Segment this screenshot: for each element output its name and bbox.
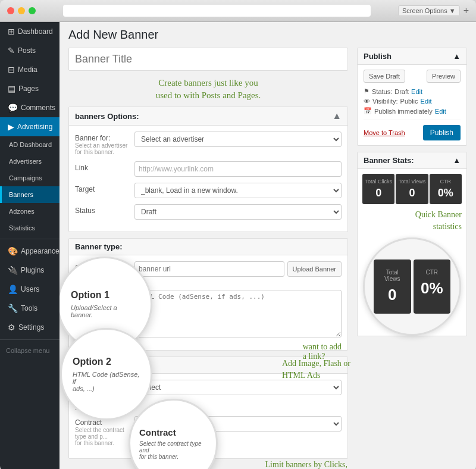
link-input[interactable] bbox=[134, 161, 342, 177]
sidebar-item-label: Banners bbox=[9, 191, 33, 198]
metabox-body: Banner for: Select an advertiser for thi… bbox=[69, 126, 347, 232]
maximize-icon[interactable] bbox=[29, 7, 36, 14]
visibility-edit-link[interactable]: Edit bbox=[421, 98, 432, 105]
collapse-menu-button[interactable]: Collapse menu bbox=[0, 342, 60, 359]
status-control: Draft bbox=[134, 204, 342, 220]
publish-time-edit-link[interactable]: Edit bbox=[435, 108, 446, 115]
visibility-label: Visibility: bbox=[372, 98, 398, 105]
content-area: Create banners just like youused to with… bbox=[68, 48, 467, 465]
publish-actions: Save Draft Preview bbox=[364, 70, 461, 83]
status-label: Status bbox=[75, 204, 129, 215]
publish-toggle-icon[interactable]: ▲ bbox=[453, 52, 461, 61]
trash-button[interactable]: Move to Trash bbox=[364, 129, 405, 136]
sidebar-item-label: AD Dashboard bbox=[9, 141, 52, 148]
new-tab-icon[interactable]: + bbox=[464, 5, 469, 16]
option2-popup-title: Option 2 bbox=[73, 357, 140, 367]
link-control bbox=[134, 161, 342, 177]
plugins-icon: 🔌 bbox=[8, 265, 18, 275]
close-icon[interactable] bbox=[7, 7, 14, 14]
sidebar-item-appearance[interactable]: 🎨 Appearance bbox=[0, 242, 60, 261]
annotation-create-banners: Create banners just like youused to with… bbox=[68, 77, 348, 102]
banner-title-input[interactable] bbox=[68, 48, 348, 71]
sidebar-item-users[interactable]: 👤 Users bbox=[0, 280, 60, 299]
contract-popup-content: Contract Select the contract type and fo… bbox=[130, 418, 216, 469]
publish-button[interactable]: Publish bbox=[423, 125, 461, 140]
banner-url-input[interactable] bbox=[134, 261, 284, 277]
metabox-toggle[interactable]: ▲ bbox=[332, 111, 342, 121]
browser-window: Screen Options ▼ + ⊞ Dashboard ✎ Posts ⊟… bbox=[0, 0, 476, 469]
sidebar-item-label: Posts bbox=[18, 46, 36, 55]
sidebar-item-tools[interactable]: 🔧 Tools bbox=[0, 299, 60, 318]
sidebar-item-banners[interactable]: Banners bbox=[0, 186, 60, 203]
publish-header: Publish ▲ bbox=[358, 48, 466, 65]
screen-options-button[interactable]: Screen Options ▼ bbox=[398, 5, 460, 16]
total-clicks-card: Total Clicks 0 bbox=[362, 174, 394, 204]
sidebar-item-label: Plugins bbox=[21, 266, 44, 274]
publish-time-label: Publish immediately bbox=[374, 108, 433, 115]
status-flag-icon: ⚑ bbox=[364, 87, 369, 95]
banner-for-label: Banner for: Select an advertiser for thi… bbox=[75, 132, 129, 155]
sidebar-item-plugins[interactable]: 🔌 Plugins bbox=[0, 261, 60, 280]
link-row: Link bbox=[75, 161, 342, 177]
minimize-icon[interactable] bbox=[18, 7, 25, 14]
sidebar-item-label: Dashboard bbox=[18, 27, 53, 36]
banner-for-control: Select an advertiser bbox=[134, 132, 342, 147]
sidebar-item-advertisers[interactable]: Advertisers bbox=[0, 153, 60, 170]
target-select[interactable]: _blank, Load in a new window. bbox=[134, 183, 342, 198]
banner-type-metabox: Banner type: Option 1 Upload/Select a ba… bbox=[68, 238, 348, 351]
status-select[interactable]: Draft bbox=[134, 204, 342, 220]
publish-box: Publish ▲ Save Draft Preview ⚑ Status: bbox=[357, 48, 467, 146]
sidebar-item-statistics[interactable]: Statistics bbox=[0, 220, 60, 236]
sidebar-item-ad-dashboard[interactable]: AD Dashboard bbox=[0, 136, 60, 153]
zoom-total-views-label: Total Views bbox=[381, 269, 404, 282]
nofollow-select[interactable]: Select bbox=[134, 380, 342, 395]
status-edit-link[interactable]: Edit bbox=[411, 88, 422, 95]
advertising-icon: ▶ bbox=[8, 122, 14, 132]
option1-popup-desc: Upload/Select a banner. bbox=[71, 304, 139, 318]
url-bar[interactable] bbox=[63, 5, 371, 17]
sidebar-item-media[interactable]: ⊟ Media bbox=[0, 60, 60, 79]
banner-for-row: Banner for: Select an advertiser for thi… bbox=[75, 132, 342, 155]
zoom-circle-container: Total Views 0 CTR 0% bbox=[358, 237, 466, 336]
status-value: Draft bbox=[394, 88, 409, 95]
nofollow-control: Select bbox=[134, 380, 342, 395]
sidebar-item-settings[interactable]: ⚙ Settings bbox=[0, 318, 60, 337]
sidebar-item-advertising[interactable]: ▶ Advertising bbox=[0, 117, 60, 136]
html-code-textarea[interactable] bbox=[134, 290, 342, 337]
link-label: Link bbox=[75, 161, 129, 172]
stats-header: Banner Stats: ▲ bbox=[358, 152, 466, 169]
save-draft-button[interactable]: Save Draft bbox=[364, 70, 405, 83]
sidebar-item-dashboard[interactable]: ⊞ Dashboard bbox=[0, 22, 60, 41]
sidebar-item-label: Pages bbox=[18, 85, 39, 93]
sidebar-item-adzones[interactable]: Adzones bbox=[0, 203, 60, 220]
main-content: Add New Banner Create banners just like … bbox=[60, 22, 476, 469]
tools-icon: 🔧 bbox=[8, 304, 18, 313]
visibility-value: Public bbox=[400, 98, 418, 105]
media-icon: ⊟ bbox=[8, 65, 15, 74]
sidebar-item-campaigns[interactable]: Campaigns bbox=[0, 170, 60, 186]
stats-toggle-icon[interactable]: ▲ bbox=[453, 156, 461, 165]
sidebar-item-posts[interactable]: ✎ Posts bbox=[0, 41, 60, 60]
option2-popup-content: Option 2 HTML Code (adSense, if ads, ...… bbox=[62, 346, 151, 403]
banner-for-select[interactable]: Select an advertiser bbox=[134, 132, 342, 147]
right-panel: Publish ▲ Save Draft Preview ⚑ Status: bbox=[357, 48, 467, 465]
calendar-icon: 📅 bbox=[364, 107, 372, 115]
preview-button[interactable]: Preview bbox=[427, 70, 461, 83]
sidebar-item-label: Media bbox=[18, 65, 37, 74]
left-panel: Create banners just like youused to with… bbox=[68, 48, 348, 465]
zoom-stats: Total Views 0 CTR 0% bbox=[365, 251, 459, 323]
option1-popup-content: Option 1 Upload/Select a banner. bbox=[60, 278, 151, 330]
total-views-value: 0 bbox=[398, 187, 425, 199]
posts-icon: ✎ bbox=[8, 46, 15, 55]
sidebar-item-label: Appearance bbox=[21, 247, 60, 255]
settings-icon: ⚙ bbox=[8, 323, 15, 332]
upload-banner-button[interactable]: Upload Banner bbox=[287, 261, 342, 277]
option1-popup-title: Option 1 bbox=[71, 290, 139, 301]
sidebar-item-comments[interactable]: 💬 Comments bbox=[0, 98, 60, 117]
zoom-circle: Total Views 0 CTR 0% bbox=[363, 237, 461, 336]
sidebar-item-pages[interactable]: ▤ Pages bbox=[0, 79, 60, 98]
sidebar-item-label: Statistics bbox=[9, 224, 35, 232]
visibility-meta: 👁 Visibility: Public Edit bbox=[364, 98, 461, 105]
banner-type-title: Banner type: bbox=[75, 242, 122, 251]
sidebar: ⊞ Dashboard ✎ Posts ⊟ Media ▤ Pages 💬 Co… bbox=[0, 22, 60, 469]
